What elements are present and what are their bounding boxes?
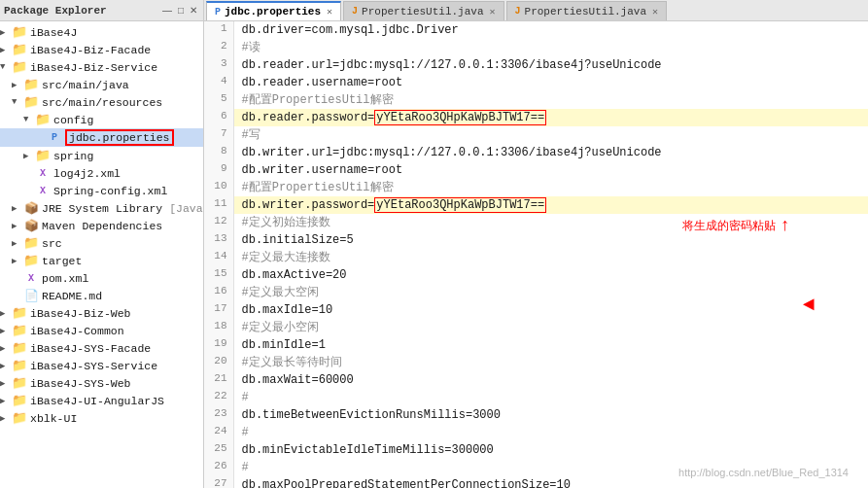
tree-item-xblk-UI[interactable]: ▶📁xblk-UI bbox=[0, 409, 203, 427]
line-content[interactable]: db.initialSize=5 bbox=[233, 231, 868, 249]
tab-close-btn[interactable]: ✕ bbox=[490, 6, 496, 17]
tree-item-pom.xml[interactable]: Xpom.xml bbox=[0, 269, 203, 287]
tree-item-Spring-config.xml[interactable]: XSpring-config.xml bbox=[0, 182, 203, 199]
project-icon: 📁 bbox=[12, 323, 27, 338]
tree-expand-arrow[interactable]: ▶ bbox=[12, 256, 23, 266]
explorer-minimize-btn[interactable]: — bbox=[160, 4, 174, 17]
explorer-maximize-btn[interactable]: □ bbox=[176, 4, 186, 17]
tree-item-target[interactable]: ▶📁target bbox=[0, 252, 203, 269]
tree-expand-arrow[interactable]: ▶ bbox=[23, 151, 35, 161]
tree-expand-arrow[interactable]: ▼ bbox=[23, 115, 35, 124]
tree-item-iBase4J-Biz-Web[interactable]: ▶📁iBase4J-Biz-Web bbox=[0, 304, 203, 322]
line-number: 7 bbox=[204, 126, 233, 144]
tree-item-iBase4J-SYS-Web[interactable]: ▶📁iBase4J-SYS-Web bbox=[0, 374, 203, 392]
line-content[interactable]: #配置PropertiesUtil解密 bbox=[233, 179, 868, 196]
tree-item-config[interactable]: ▼📁config bbox=[0, 111, 203, 128]
tree-item-iBase4J-Biz-Facade[interactable]: ▶📁iBase4J-Biz-Facade bbox=[0, 41, 203, 58]
tree-item-src-main-resources[interactable]: ▼📁src/main/resources bbox=[0, 93, 203, 111]
tab-close-btn[interactable]: ✕ bbox=[327, 6, 332, 17]
xml-icon: X bbox=[23, 270, 39, 286]
tree-expand-arrow[interactable]: ▶ bbox=[12, 221, 23, 231]
tree-item-README.md[interactable]: 📄README.md bbox=[0, 287, 203, 304]
tree-item-iBase4J-SYS-Facade[interactable]: ▶📁iBase4J-SYS-Facade bbox=[0, 339, 203, 357]
line-content[interactable]: #定义最大连接数 bbox=[233, 249, 868, 266]
tree-item-JRE System Library[interactable]: ▶📦JRE System Library [JavaSE-1.8] bbox=[0, 199, 203, 217]
line-content[interactable]: db.minEvictableIdleTimeMillis=300000 bbox=[233, 441, 868, 459]
line-content[interactable]: db.reader.username=root bbox=[233, 74, 868, 91]
line-content[interactable]: #定义初始连接数 bbox=[233, 214, 868, 231]
line-content[interactable]: #写 bbox=[233, 126, 868, 144]
tree-expand-arrow[interactable]: ▼ bbox=[0, 62, 12, 72]
tree-item-iBase4J-Common[interactable]: ▶📁iBase4J-Common bbox=[0, 322, 203, 339]
code-line-8: 8db.writer.url=jdbc:mysql://127.0.0.1:33… bbox=[204, 144, 868, 161]
line-content[interactable]: #定义最小空闲 bbox=[233, 319, 868, 336]
folder-icon: 📁 bbox=[23, 235, 39, 251]
tree-expand-arrow[interactable]: ▶ bbox=[0, 45, 12, 55]
tree-label: log4j2.xml bbox=[53, 167, 121, 180]
tree-item-iBase4J[interactable]: ▶📁iBase4J bbox=[0, 23, 203, 41]
line-content[interactable]: db.driver=com.mysql.jdbc.Driver bbox=[233, 21, 868, 39]
tree-expand-arrow[interactable]: ▶ bbox=[0, 27, 12, 38]
tree-label: iBase4J-Biz-Web bbox=[30, 307, 131, 320]
tree-expand-arrow[interactable]: ▶ bbox=[0, 378, 12, 389]
line-number: 26 bbox=[204, 459, 233, 476]
editor-tab-0[interactable]: Pjdbc.properties✕ bbox=[206, 1, 341, 20]
line-content[interactable]: # bbox=[233, 424, 868, 441]
tree-expand-arrow[interactable]: ▶ bbox=[0, 413, 12, 424]
line-content[interactable]: db.writer.username=root bbox=[233, 161, 868, 179]
editor-tab-1[interactable]: JPropertiesUtil.java✕ bbox=[343, 1, 503, 20]
tree-label: target bbox=[42, 255, 82, 267]
line-content[interactable]: # bbox=[233, 389, 868, 406]
line-content[interactable]: #定义最长等待时间 bbox=[233, 354, 868, 371]
tree-item-src[interactable]: ▶📁src bbox=[0, 234, 203, 252]
line-content[interactable]: db.reader.url=jdbc:mysql://127.0.0.1:330… bbox=[233, 56, 868, 74]
code-line-7: 7#写 bbox=[204, 126, 868, 144]
tree-expand-arrow[interactable]: ▶ bbox=[12, 203, 23, 214]
code-line-26: 26# bbox=[204, 459, 868, 476]
line-content[interactable]: db.maxPoolPreparedStatementPerConnection… bbox=[233, 476, 868, 488]
line-content[interactable]: db.minIdle=1 bbox=[233, 336, 868, 354]
line-number: 9 bbox=[204, 161, 233, 179]
code-key: db.reader.password= bbox=[242, 111, 375, 124]
tree-expand-arrow[interactable]: ▶ bbox=[0, 361, 12, 371]
tree-item-Maven Dependencies[interactable]: ▶📦Maven Dependencies bbox=[0, 217, 203, 234]
tree-expand-arrow[interactable]: ▶ bbox=[12, 238, 23, 249]
tree-item-iBase4J-UI-AngularJS[interactable]: ▶📁iBase4J-UI-AngularJS bbox=[0, 392, 203, 409]
tree-item-iBase4J-Biz-Service[interactable]: ▼📁iBase4J-Biz-Service bbox=[0, 58, 203, 76]
line-number: 19 bbox=[204, 336, 233, 354]
line-content[interactable]: #定义最大空闲 bbox=[233, 284, 868, 301]
tree-expand-arrow[interactable]: ▶ bbox=[0, 343, 12, 354]
tree-item-log4j2.xml[interactable]: Xlog4j2.xml bbox=[0, 164, 203, 182]
line-content[interactable]: db.writer.password=yYEtaRoo3QHpKaWpBJTW1… bbox=[233, 196, 868, 214]
tree-label: iBase4J-Common bbox=[30, 325, 124, 337]
line-content[interactable]: db.maxIdle=10 bbox=[233, 301, 868, 319]
line-content[interactable]: db.writer.url=jdbc:mysql://127.0.0.1:330… bbox=[233, 144, 868, 161]
line-content[interactable]: db.maxActive=20 bbox=[233, 266, 868, 284]
line-content[interactable]: db.maxWait=60000 bbox=[233, 371, 868, 389]
project-icon: 📁 bbox=[12, 59, 27, 75]
code-line-14: 14#定义最大连接数 bbox=[204, 249, 868, 266]
tree-label: Spring-config.xml bbox=[53, 185, 167, 197]
editor-content[interactable]: 1db.driver=com.mysql.jdbc.Driver2#读3db.r… bbox=[204, 21, 868, 488]
line-content[interactable]: # bbox=[233, 459, 868, 476]
tree-item-src-main-java[interactable]: ▶📁src/main/java bbox=[0, 76, 203, 93]
explorer-close-btn[interactable]: ✕ bbox=[188, 4, 199, 17]
tree-expand-arrow[interactable]: ▶ bbox=[0, 308, 12, 319]
tree-expand-arrow[interactable]: ▶ bbox=[0, 326, 12, 336]
tab-close-btn[interactable]: ✕ bbox=[652, 6, 658, 17]
tree-expand-arrow[interactable]: ▶ bbox=[0, 396, 12, 406]
tab-icon: J bbox=[352, 6, 358, 17]
tree-expand-arrow[interactable]: ▶ bbox=[12, 80, 23, 90]
tree-item-spring[interactable]: ▶📁spring bbox=[0, 147, 203, 164]
line-number: 27 bbox=[204, 476, 233, 488]
line-number: 11 bbox=[204, 196, 233, 214]
line-content[interactable]: db.reader.password=yYEtaRoo3QHpKaWpBJTW1… bbox=[233, 109, 868, 126]
code-line-15: 15db.maxActive=20 bbox=[204, 266, 868, 284]
editor-tab-2[interactable]: JPropertiesUtil.java✕ bbox=[506, 1, 667, 20]
tree-item-jdbc.properties[interactable]: Pjdbc.properties bbox=[0, 128, 203, 147]
tree-expand-arrow[interactable]: ▼ bbox=[12, 97, 23, 107]
line-content[interactable]: db.timeBetweenEvictionRunsMillis=3000 bbox=[233, 406, 868, 424]
line-content[interactable]: #配置PropertiesUtil解密 bbox=[233, 91, 868, 109]
line-content[interactable]: #读 bbox=[233, 39, 868, 56]
tree-item-iBase4J-SYS-Service[interactable]: ▶📁iBase4J-SYS-Service bbox=[0, 357, 203, 374]
